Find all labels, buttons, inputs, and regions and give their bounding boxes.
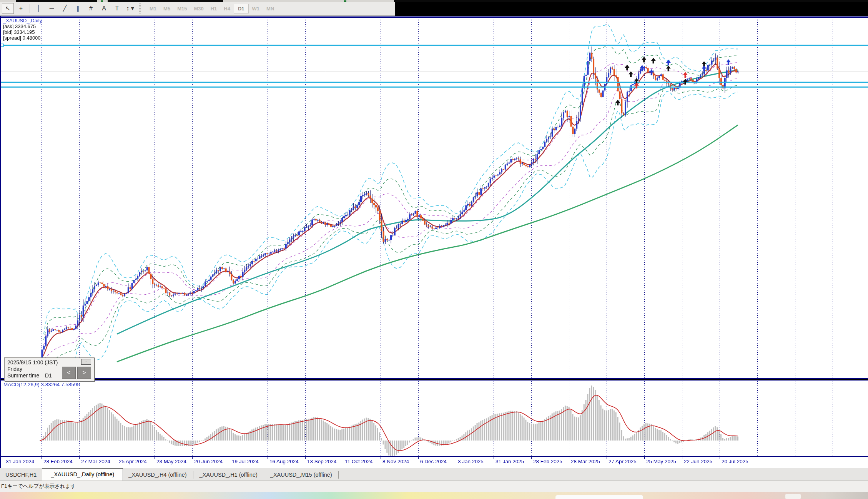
info-datetime: 2025/8/15 1:00 (JST) (7, 359, 58, 365)
x-axis-label: 3 Jan 2025 (458, 459, 484, 464)
chart-tab[interactable]: _XAUUSD_,H4 (offline) (123, 469, 192, 481)
mt4-window: ↖+│─╱∥#AT↕ ▾ M1M5M15M30H1H4D1W1MN _XAUUS… (0, 0, 868, 499)
ask-price: [ask] 3334.675 (3, 23, 42, 29)
infobox-minimize-button[interactable]: - (81, 359, 91, 365)
status-text: F1キーでヘルプが表示されます (1, 483, 76, 490)
x-axis-label: 28 Mar 2025 (571, 459, 600, 464)
x-axis-label: 28 Feb 2025 (533, 459, 562, 464)
info-period: D1 (45, 372, 52, 379)
taskbar-fragment (555, 495, 643, 499)
status-bar: F1キーでヘルプが表示されます (0, 481, 868, 492)
taskbar-fragment (785, 494, 801, 499)
macd-indicator-label: MACD(12,26,9) 3.83264 7.58595 (3, 382, 80, 387)
x-axis-label: 23 May 2024 (156, 459, 186, 464)
price-chart-canvas[interactable] (0, 0, 868, 499)
datetime-info-box: 2025/8/15 1:00 (JST) Friday Summer time … (4, 357, 95, 381)
chart-tab[interactable]: USDCHF,H1 (0, 469, 42, 481)
x-axis-label: 19 Jul 2024 (232, 459, 259, 464)
info-day: Friday (7, 366, 22, 372)
x-axis-label: 16 Aug 2024 (269, 459, 299, 464)
tab-separator (338, 471, 339, 479)
symbol-title: _XAUUSD_,Daily (3, 18, 42, 23)
x-axis-label: 27 Apr 2025 (609, 459, 637, 464)
x-axis-label: 6 Dec 2024 (420, 459, 447, 464)
info-season: Summer time (7, 372, 39, 379)
x-axis-label: 8 Nov 2024 (382, 459, 409, 464)
spread-value: [spread] 0.48000 (3, 35, 42, 41)
chart-tab[interactable]: _XAUUSD_,H1 (offline) (194, 469, 263, 481)
x-axis-label: 27 Mar 2024 (81, 459, 110, 464)
tab-separator (193, 471, 193, 479)
x-axis-label: 20 Jun 2024 (194, 459, 223, 464)
x-axis-label: 25 Apr 2024 (119, 459, 147, 464)
x-axis-label: 31 Jan 2024 (6, 459, 34, 464)
x-axis-label: 28 Feb 2024 (43, 459, 73, 464)
x-axis-label: 20 Jul 2025 (722, 459, 748, 464)
x-axis-label: 25 May 2025 (646, 459, 676, 464)
tab-separator (264, 471, 264, 479)
infobox-next-button[interactable]: > (77, 367, 91, 379)
chart-tab[interactable]: _XAUUSD_,M15 (offline) (265, 469, 338, 481)
x-axis-label: 31 Jan 2025 (496, 459, 524, 464)
x-axis-label: 11 Oct 2024 (345, 459, 373, 464)
symbol-info-panel: _XAUUSD_,Daily [ask] 3334.675 [bid] 3334… (3, 18, 42, 41)
infobox-prev-button[interactable]: < (62, 367, 76, 379)
bid-price: [bid] 3334.195 (3, 29, 42, 35)
desktop-strip (0, 492, 868, 499)
chart-tab-bar: USDCHF,H1_XAUUSD_,Daily (offline)_XAUUSD… (0, 468, 868, 481)
x-axis-label: 13 Sep 2024 (307, 459, 337, 464)
x-axis-label: 22 Jun 2025 (684, 459, 712, 464)
chart-tab-active[interactable]: _XAUUSD_,Daily (offline) (42, 468, 123, 481)
